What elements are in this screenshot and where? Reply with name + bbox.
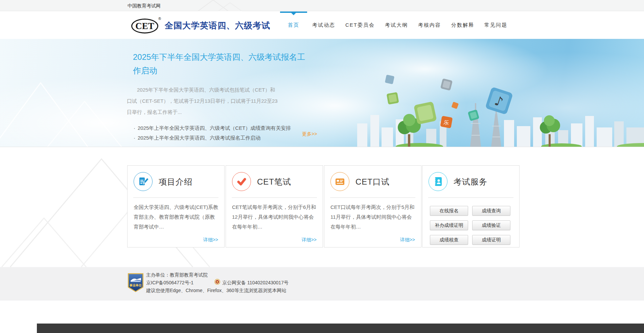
score-recheck-button[interactable]: 成绩核查 bbox=[430, 235, 468, 245]
organizer-line: 主办单位：教育部教育考试院 bbox=[146, 271, 289, 279]
card-header: CET口试 bbox=[324, 166, 421, 197]
card-header: 考试服务 bbox=[422, 166, 519, 197]
card-project-intro: 项目介绍 全国大学英语四、六级考试(CET)系教育部主办、教育部教育考试院（原教… bbox=[127, 165, 225, 247]
score-verification-button[interactable]: 成绩验证 bbox=[472, 220, 510, 230]
news-title-link[interactable]: 2025年下半年全国大学英语四、六级考试报名工作启动 bbox=[127, 50, 309, 77]
cet-logo-text: CET bbox=[135, 21, 154, 31]
header: CET ® 全国大学英语四、六级考试 首页 考试动态 CET委员会 考试大纲 考… bbox=[0, 11, 644, 39]
nav-exam-news[interactable]: 考试动态 bbox=[307, 11, 340, 39]
bullet-marker: · bbox=[134, 135, 135, 141]
top-bar: 中国教育考试网 bbox=[0, 0, 644, 11]
nav-cet-committee[interactable]: CET委员会 bbox=[340, 11, 380, 39]
triangle-watermark bbox=[189, 0, 244, 11]
checkmark-icon bbox=[232, 172, 251, 191]
more-link[interactable]: 更多>> bbox=[302, 131, 317, 137]
cards-section: 项目介绍 全国大学英语四、六级考试(CET)系教育部主办、教育部教育考试院（原教… bbox=[0, 147, 644, 267]
reissue-certificate-button[interactable]: 补办成绩证明 bbox=[430, 220, 468, 230]
news-list: ·2025年上半年全国大学英语四、六级考试（CET）成绩查询有关安排 ·2025… bbox=[127, 123, 320, 143]
cet-logo: CET ® bbox=[131, 17, 162, 34]
browser-tip-line: 建议您使用Edge、Chrome、Firefox、360等主流浏览器浏览本网站 bbox=[146, 287, 289, 294]
card-title: 项目介绍 bbox=[159, 176, 192, 187]
bottom-bar bbox=[37, 324, 644, 333]
site-link[interactable]: 中国教育考试网 bbox=[128, 3, 161, 9]
detail-link[interactable]: 详细>> bbox=[302, 237, 317, 243]
card-title: CET口试 bbox=[355, 176, 390, 187]
footer-info: 主办单位：教育部教育考试院 京ICP备05064772号-1 京公网安备 110… bbox=[146, 271, 289, 294]
card-body-text: 全国大学英语四、六级考试(CET)系教育部主办、教育部教育考试院（原教育部考试中… bbox=[128, 198, 224, 232]
news-excerpt: 2025年下半年全国大学英语四、六级考试包括笔试（CET）和口试（CET-SET… bbox=[127, 84, 278, 118]
nav-home[interactable]: 首页 bbox=[280, 11, 307, 39]
news-link-score-query[interactable]: 2025年上半年全国大学英语四、六级考试（CET）成绩查询有关安排 bbox=[138, 125, 291, 131]
nav-exam-syllabus[interactable]: 考试大纲 bbox=[380, 11, 413, 39]
id-card-icon bbox=[330, 172, 349, 191]
score-certificate-button[interactable]: 成绩证明 bbox=[472, 235, 510, 245]
cet-logo-oval: CET bbox=[131, 19, 158, 33]
main-nav: 首页 考试动态 CET委员会 考试大纲 考核内容 分数解释 常见问题 bbox=[280, 11, 512, 39]
card-cet-oral: CET口试 CET口试每年开考两次，分别于5月和11月举行，具体考试时间我中心将… bbox=[324, 165, 421, 247]
card-header: CET笔试 bbox=[226, 166, 323, 197]
badge-label: 事业单位 bbox=[130, 283, 142, 288]
hero-news: 2025年下半年全国大学英语四、六级考试报名工作启动 2025年下半年全国大学英… bbox=[127, 50, 320, 143]
hero-illustration: ♪ 乐 bbox=[0, 39, 644, 147]
news-link-registration[interactable]: 2025年上半年全国大学英语四、六级考试报名工作启动 bbox=[138, 135, 260, 141]
list-item: ·2025年上半年全国大学英语四、六级考试报名工作启动 bbox=[134, 133, 320, 143]
document-edit-icon bbox=[134, 172, 153, 191]
icp-number: 京ICP备05064772号-1 bbox=[146, 279, 193, 287]
bullet-marker: · bbox=[134, 125, 135, 131]
nav-faq[interactable]: 常见问题 bbox=[479, 11, 512, 39]
card-cet-written: CET笔试 CET笔试每年开考两次，分别于6月和12月举行，具体考试时间我中心将… bbox=[226, 165, 323, 247]
page: 中国教育考试网 CET ® 全国大学英语四、六级考试 首页 考试动态 CET委员… bbox=[0, 0, 644, 333]
card-body-text: CET口试每年开考两次，分别于5月和11月举行，具体考试时间我中心将会在每年年初… bbox=[324, 198, 421, 232]
card-title: 考试服务 bbox=[454, 176, 487, 187]
card-title: CET笔试 bbox=[257, 176, 291, 187]
contact-book-icon bbox=[429, 172, 447, 191]
svg-text:乐: 乐 bbox=[443, 119, 450, 126]
detail-link[interactable]: 详细>> bbox=[203, 237, 218, 243]
nav-score-interpretation[interactable]: 分数解释 bbox=[446, 11, 479, 39]
online-registration-button[interactable]: 在线报名 bbox=[430, 206, 468, 216]
divider bbox=[428, 197, 513, 198]
institution-badge: 事业单位 bbox=[128, 272, 144, 292]
hero-banner: ♪ 乐 2025年下半年全国大学英语四、六级考试报名工作启动 bbox=[0, 39, 644, 147]
nav-assessment-content[interactable]: 考核内容 bbox=[413, 11, 446, 39]
list-item: ·2025年上半年全国大学英语四、六级考试（CET）成绩查询有关安排 bbox=[134, 123, 320, 133]
badge-mountain-art bbox=[130, 277, 141, 283]
card-exam-services: 考试服务 在线报名 成绩查询 补办成绩证明 成绩验证 成绩核查 成绩证明 bbox=[422, 165, 520, 247]
police-registration-link[interactable]: 京公网安备 11040202430017号 bbox=[222, 279, 289, 287]
score-query-button[interactable]: 成绩查询 bbox=[472, 206, 510, 216]
site-title: 全国大学英语四、六级考试 bbox=[165, 20, 270, 31]
detail-link[interactable]: 详细>> bbox=[400, 237, 415, 243]
footer: 事业单位 主办单位：教育部教育考试院 京ICP备05064772号-1 京公网安… bbox=[0, 267, 644, 301]
registration-line: 京ICP备05064772号-1 京公网安备 11040202430017号 bbox=[146, 279, 289, 287]
institution-badge-shield: 事业单位 bbox=[129, 273, 143, 291]
registered-mark: ® bbox=[158, 17, 161, 21]
card-body-text: CET笔试每年开考两次，分别于6月和12月举行，具体考试时间我中心将会在每年年初… bbox=[226, 198, 323, 232]
card-header: 项目介绍 bbox=[128, 166, 224, 197]
police-badge-icon bbox=[214, 279, 220, 287]
